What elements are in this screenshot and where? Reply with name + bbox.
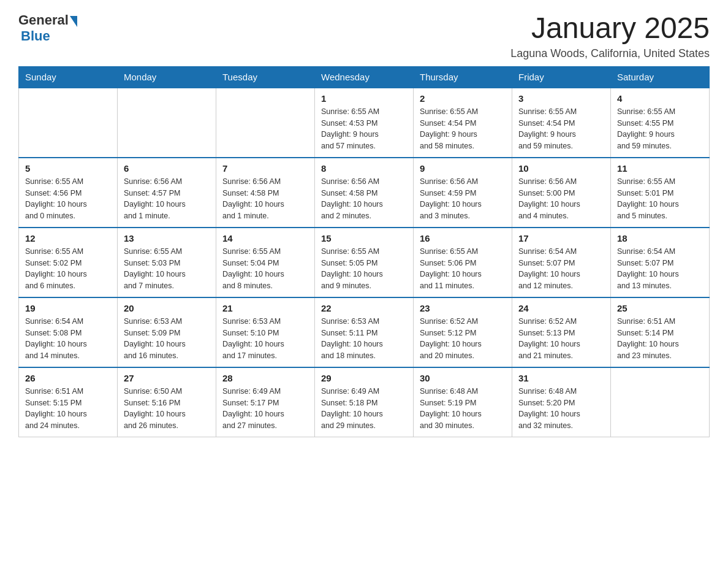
day-info: Sunrise: 6:55 AM Sunset: 5:05 PM Dayligh… — [321, 246, 407, 292]
day-number: 26 — [25, 373, 111, 383]
day-info: Sunrise: 6:55 AM Sunset: 4:54 PM Dayligh… — [420, 106, 506, 152]
day-info: Sunrise: 6:55 AM Sunset: 5:04 PM Dayligh… — [222, 246, 308, 292]
day-number: 4 — [617, 93, 703, 104]
calendar-header-cell: Sunday — [19, 66, 118, 88]
day-number: 12 — [25, 233, 111, 243]
day-number: 8 — [321, 163, 407, 174]
day-number: 16 — [420, 233, 506, 243]
calendar-day-cell: 15Sunrise: 6:55 AM Sunset: 5:05 PM Dayli… — [315, 228, 414, 297]
calendar-header-cell: Thursday — [414, 66, 512, 88]
calendar-day-cell: 24Sunrise: 6:52 AM Sunset: 5:13 PM Dayli… — [512, 297, 611, 367]
calendar-day-cell: 23Sunrise: 6:52 AM Sunset: 5:12 PM Dayli… — [414, 297, 512, 367]
day-info: Sunrise: 6:54 AM Sunset: 5:07 PM Dayligh… — [617, 246, 703, 292]
calendar-day-cell: 7Sunrise: 6:56 AM Sunset: 4:58 PM Daylig… — [216, 158, 315, 228]
day-info: Sunrise: 6:50 AM Sunset: 5:16 PM Dayligh… — [124, 386, 210, 432]
day-number: 31 — [518, 373, 604, 383]
calendar-header-cell: Wednesday — [315, 66, 414, 88]
day-info: Sunrise: 6:55 AM Sunset: 4:56 PM Dayligh… — [25, 176, 111, 222]
day-info: Sunrise: 6:56 AM Sunset: 4:57 PM Dayligh… — [124, 176, 210, 222]
day-info: Sunrise: 6:56 AM Sunset: 5:00 PM Dayligh… — [518, 176, 604, 222]
calendar-day-cell: 31Sunrise: 6:48 AM Sunset: 5:20 PM Dayli… — [512, 367, 611, 437]
calendar-week-row: 1Sunrise: 6:55 AM Sunset: 4:53 PM Daylig… — [19, 88, 710, 158]
day-info: Sunrise: 6:52 AM Sunset: 5:12 PM Dayligh… — [420, 316, 506, 362]
day-info: Sunrise: 6:53 AM Sunset: 5:10 PM Dayligh… — [222, 316, 308, 362]
day-number: 6 — [124, 163, 210, 174]
day-info: Sunrise: 6:49 AM Sunset: 5:18 PM Dayligh… — [321, 386, 407, 432]
day-number: 9 — [420, 163, 506, 174]
calendar-header-cell: Tuesday — [216, 66, 315, 88]
calendar-day-cell: 19Sunrise: 6:54 AM Sunset: 5:08 PM Dayli… — [19, 297, 118, 367]
calendar-day-cell: 5Sunrise: 6:55 AM Sunset: 4:56 PM Daylig… — [19, 158, 118, 228]
day-info: Sunrise: 6:56 AM Sunset: 4:59 PM Dayligh… — [420, 176, 506, 222]
page-header: General Blue January 2025 Laguna Woods, … — [18, 12, 710, 60]
calendar-day-cell: 16Sunrise: 6:55 AM Sunset: 5:06 PM Dayli… — [414, 228, 512, 297]
calendar-day-cell: 12Sunrise: 6:55 AM Sunset: 5:02 PM Dayli… — [19, 228, 118, 297]
calendar-day-cell: 20Sunrise: 6:53 AM Sunset: 5:09 PM Dayli… — [118, 297, 216, 367]
calendar-day-cell: 13Sunrise: 6:55 AM Sunset: 5:03 PM Dayli… — [118, 228, 216, 297]
day-number: 21 — [222, 303, 308, 313]
day-info: Sunrise: 6:52 AM Sunset: 5:13 PM Dayligh… — [518, 316, 604, 362]
day-info: Sunrise: 6:51 AM Sunset: 5:14 PM Dayligh… — [617, 316, 703, 362]
day-number: 5 — [25, 163, 111, 174]
day-info: Sunrise: 6:55 AM Sunset: 5:02 PM Dayligh… — [25, 246, 111, 292]
day-number: 10 — [518, 163, 604, 174]
day-number: 29 — [321, 373, 407, 383]
day-info: Sunrise: 6:49 AM Sunset: 5:17 PM Dayligh… — [222, 386, 308, 432]
day-number: 24 — [518, 303, 604, 313]
calendar-week-row: 5Sunrise: 6:55 AM Sunset: 4:56 PM Daylig… — [19, 158, 710, 228]
calendar-day-cell: 22Sunrise: 6:53 AM Sunset: 5:11 PM Dayli… — [315, 297, 414, 367]
calendar-day-cell: 2Sunrise: 6:55 AM Sunset: 4:54 PM Daylig… — [414, 88, 512, 158]
day-number: 22 — [321, 303, 407, 313]
calendar-body: 1Sunrise: 6:55 AM Sunset: 4:53 PM Daylig… — [19, 88, 710, 437]
calendar-header-cell: Friday — [512, 66, 611, 88]
calendar-header-cell: Monday — [118, 66, 216, 88]
logo[interactable]: General Blue — [18, 12, 77, 44]
day-number: 11 — [617, 163, 703, 174]
calendar-day-cell — [611, 367, 710, 437]
day-info: Sunrise: 6:55 AM Sunset: 4:55 PM Dayligh… — [617, 106, 703, 152]
day-number: 25 — [617, 303, 703, 313]
day-info: Sunrise: 6:55 AM Sunset: 5:03 PM Dayligh… — [124, 246, 210, 292]
calendar-day-cell: 21Sunrise: 6:53 AM Sunset: 5:10 PM Dayli… — [216, 297, 315, 367]
calendar-day-cell: 14Sunrise: 6:55 AM Sunset: 5:04 PM Dayli… — [216, 228, 315, 297]
calendar-day-cell: 3Sunrise: 6:55 AM Sunset: 4:54 PM Daylig… — [512, 88, 611, 158]
calendar-day-cell: 25Sunrise: 6:51 AM Sunset: 5:14 PM Dayli… — [611, 297, 710, 367]
calendar-day-cell — [216, 88, 315, 158]
calendar-day-cell: 4Sunrise: 6:55 AM Sunset: 4:55 PM Daylig… — [611, 88, 710, 158]
calendar-day-cell: 18Sunrise: 6:54 AM Sunset: 5:07 PM Dayli… — [611, 228, 710, 297]
calendar-table: SundayMondayTuesdayWednesdayThursdayFrid… — [18, 66, 710, 437]
logo-general-text: General — [18, 12, 69, 28]
calendar-day-cell: 26Sunrise: 6:51 AM Sunset: 5:15 PM Dayli… — [19, 367, 118, 437]
day-number: 13 — [124, 233, 210, 243]
day-info: Sunrise: 6:53 AM Sunset: 5:11 PM Dayligh… — [321, 316, 407, 362]
title-area: January 2025 Laguna Woods, California, U… — [510, 12, 710, 60]
day-number: 27 — [124, 373, 210, 383]
calendar-day-cell: 17Sunrise: 6:54 AM Sunset: 5:07 PM Dayli… — [512, 228, 611, 297]
day-info: Sunrise: 6:56 AM Sunset: 4:58 PM Dayligh… — [321, 176, 407, 222]
day-info: Sunrise: 6:48 AM Sunset: 5:20 PM Dayligh… — [518, 386, 604, 432]
calendar-day-cell: 27Sunrise: 6:50 AM Sunset: 5:16 PM Dayli… — [118, 367, 216, 437]
day-info: Sunrise: 6:55 AM Sunset: 4:53 PM Dayligh… — [321, 106, 407, 152]
day-number: 28 — [222, 373, 308, 383]
calendar-day-cell: 29Sunrise: 6:49 AM Sunset: 5:18 PM Dayli… — [315, 367, 414, 437]
day-info: Sunrise: 6:54 AM Sunset: 5:08 PM Dayligh… — [25, 316, 111, 362]
calendar-day-cell — [118, 88, 216, 158]
calendar-day-cell: 9Sunrise: 6:56 AM Sunset: 4:59 PM Daylig… — [414, 158, 512, 228]
day-number: 1 — [321, 93, 407, 104]
day-number: 14 — [222, 233, 308, 243]
day-number: 18 — [617, 233, 703, 243]
location-title: Laguna Woods, California, United States — [510, 47, 710, 60]
calendar-day-cell: 10Sunrise: 6:56 AM Sunset: 5:00 PM Dayli… — [512, 158, 611, 228]
calendar-day-cell — [19, 88, 118, 158]
day-number: 30 — [420, 373, 506, 383]
day-info: Sunrise: 6:54 AM Sunset: 5:07 PM Dayligh… — [518, 246, 604, 292]
calendar-day-cell: 1Sunrise: 6:55 AM Sunset: 4:53 PM Daylig… — [315, 88, 414, 158]
day-info: Sunrise: 6:55 AM Sunset: 5:06 PM Dayligh… — [420, 246, 506, 292]
day-info: Sunrise: 6:48 AM Sunset: 5:19 PM Dayligh… — [420, 386, 506, 432]
day-number: 19 — [25, 303, 111, 313]
calendar-day-cell: 11Sunrise: 6:55 AM Sunset: 5:01 PM Dayli… — [611, 158, 710, 228]
month-title: January 2025 — [510, 12, 710, 45]
calendar-day-cell: 30Sunrise: 6:48 AM Sunset: 5:19 PM Dayli… — [414, 367, 512, 437]
day-number: 15 — [321, 233, 407, 243]
day-number: 3 — [518, 93, 604, 104]
